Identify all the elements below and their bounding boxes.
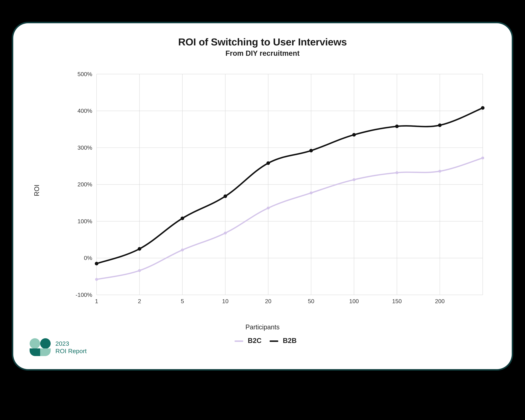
svg-point-45 [181,216,184,220]
svg-text:100: 100 [349,298,359,304]
series-line-b2c [97,158,483,280]
svg-point-40 [395,171,398,174]
svg-point-47 [266,161,270,165]
svg-text:20: 20 [265,298,272,304]
svg-text:2: 2 [138,298,141,304]
chart-title: ROI of Switching to User Interviews [13,36,512,48]
svg-text:400%: 400% [78,108,92,114]
svg-point-34 [138,269,141,272]
svg-point-48 [309,149,313,152]
chart-card: ROI of Switching to User Interviews From… [12,22,513,371]
brand-logo-icon [30,338,51,356]
svg-text:100%: 100% [78,218,92,224]
plot-area: -100%0%100%200%300%400%500% 125102050100… [60,70,490,311]
svg-text:5: 5 [181,298,184,304]
svg-point-33 [95,278,98,281]
svg-text:200: 200 [435,298,445,304]
x-axis-label: Participants [13,323,512,331]
svg-text:50: 50 [308,298,314,304]
svg-text:500%: 500% [78,71,92,77]
svg-text:0%: 0% [84,255,92,261]
series-line-b2b [97,108,483,264]
gridlines [97,74,483,295]
svg-point-38 [310,191,313,194]
svg-text:-100%: -100% [75,292,92,298]
svg-point-42 [481,157,484,159]
brand-text: 2023 ROI Report [56,340,87,355]
svg-point-50 [395,125,399,128]
svg-point-49 [352,133,356,137]
svg-point-44 [138,247,141,251]
svg-point-51 [438,123,442,127]
brand-report-label: ROI Report [56,347,87,355]
svg-point-35 [181,249,184,252]
chart-subtitle: From DIY recruitment [13,49,512,57]
svg-point-36 [224,232,227,234]
svg-point-52 [481,106,485,110]
series-points-b2c [95,157,484,281]
svg-text:1: 1 [95,298,98,304]
svg-point-43 [95,262,98,265]
y-axis: -100%0%100%200%300%400%500% [75,71,92,298]
x-axis: 125102050100150200 [95,298,445,304]
svg-point-41 [438,170,441,173]
legend: B2C B2B [13,337,512,345]
svg-text:300%: 300% [78,144,92,151]
svg-text:10: 10 [222,298,228,304]
brand-year: 2023 [56,340,87,347]
svg-point-37 [267,206,270,209]
svg-point-46 [224,194,227,198]
svg-text:200%: 200% [78,181,92,188]
svg-point-39 [353,178,356,181]
y-axis-label: ROI [33,185,41,196]
legend-label-b2c: B2C [248,337,262,345]
svg-text:150: 150 [392,298,402,304]
chart-svg: -100%0%100%200%300%400%500% 125102050100… [60,70,490,311]
series-points-b2b [95,106,485,265]
legend-label-b2b: B2B [283,337,297,345]
brand-block: 2023 ROI Report [30,338,87,356]
legend-swatch-b2b [270,340,278,342]
stage: ROI of Switching to User Interviews From… [0,0,525,420]
legend-swatch-b2c [234,340,243,342]
